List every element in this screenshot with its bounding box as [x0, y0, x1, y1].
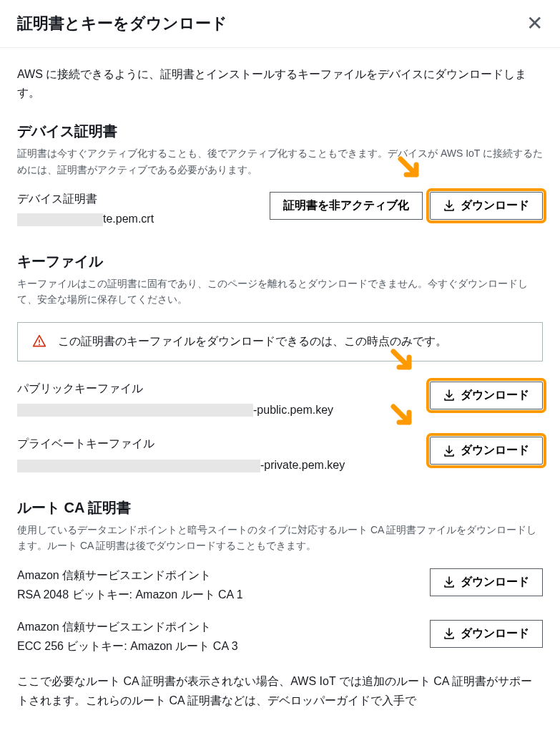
rootca1-info: Amazon 信頼サービスエンドポイント RSA 2048 ビットキー: Ama…: [17, 568, 430, 603]
device-cert-title: デバイス証明書: [17, 122, 543, 141]
device-cert-filename: te.pem.crt: [17, 213, 270, 226]
rootca-title: ルート CA 証明書: [17, 498, 543, 518]
rootca-desc: 使用しているデータエンドポイントと暗号スイートのタイプに対応するルート CA 証…: [17, 522, 543, 554]
redacted-text: [17, 404, 253, 417]
redacted-text: [17, 213, 103, 226]
public-key-label: パブリックキーファイル: [17, 382, 430, 397]
download-icon: [443, 389, 455, 401]
download-public-key-button[interactable]: ダウンロード: [430, 382, 543, 409]
modal-title: 証明書とキーをダウンロード: [17, 13, 227, 34]
keyfiles-title: キーファイル: [17, 252, 543, 271]
rootca1-sub: RSA 2048 ビットキー: Amazon ルート CA 1: [17, 588, 430, 603]
private-key-row: プライベートキーファイル -private.pem.key ダウンロード: [17, 437, 543, 472]
rootca3-sub: ECC 256 ビットキー: Amazon ルート CA 3: [17, 639, 430, 654]
rootca1-label: Amazon 信頼サービスエンドポイント: [17, 568, 430, 583]
close-button[interactable]: ✕: [526, 14, 543, 34]
download-icon: [443, 576, 455, 588]
redacted-text: [17, 460, 260, 472]
alert-text: この証明書のキーファイルをダウンロードできるのは、この時点のみです。: [58, 334, 447, 349]
private-key-filename: -private.pem.key: [17, 459, 430, 472]
deactivate-cert-button[interactable]: 証明書を非アクティブ化: [270, 192, 423, 220]
intro-text: AWS に接続できるように、証明書とインストールするキーファイルをデバイスにダウ…: [17, 65, 543, 102]
rootca1-row: Amazon 信頼サービスエンドポイント RSA 2048 ビットキー: Ama…: [17, 568, 543, 603]
private-key-label: プライベートキーファイル: [17, 437, 430, 452]
modal-content: AWS に接続できるように、証明書とインストールするキーファイルをデバイスにダウ…: [0, 48, 560, 727]
device-cert-desc: 証明書は今すぐアクティブ化することも、後でアクティブ化することもできます。デバイ…: [17, 145, 543, 178]
device-cert-row: デバイス証明書 te.pem.crt 証明書を非アクティブ化 ダウンロード: [17, 192, 543, 226]
download-icon: [443, 200, 455, 211]
device-cert-buttons: 証明書を非アクティブ化 ダウンロード: [270, 192, 543, 220]
device-cert-info: デバイス証明書 te.pem.crt: [17, 192, 270, 226]
public-key-filename: -public.pem.key: [17, 404, 430, 417]
download-icon: [443, 628, 455, 639]
close-icon: ✕: [526, 12, 543, 34]
download-cert-button[interactable]: ダウンロード: [430, 192, 543, 220]
public-key-row: パブリックキーファイル -public.pem.key ダウンロード: [17, 382, 543, 417]
download-rootca3-button[interactable]: ダウンロード: [430, 620, 543, 648]
download-icon: [443, 445, 455, 457]
keyfiles-alert: この証明書のキーファイルをダウンロードできるのは、この時点のみです。: [17, 322, 543, 361]
warning-icon: [32, 334, 46, 349]
download-private-key-button[interactable]: ダウンロード: [430, 437, 543, 465]
rootca3-row: Amazon 信頼サービスエンドポイント ECC 256 ビットキー: Amaz…: [17, 620, 543, 654]
device-cert-label: デバイス証明書: [17, 192, 270, 207]
modal-header: 証明書とキーをダウンロード ✕: [0, 0, 560, 48]
rootca3-info: Amazon 信頼サービスエンドポイント ECC 256 ビットキー: Amaz…: [17, 620, 430, 654]
rootca3-label: Amazon 信頼サービスエンドポイント: [17, 620, 430, 635]
public-key-info: パブリックキーファイル -public.pem.key: [17, 382, 430, 417]
private-key-info: プライベートキーファイル -private.pem.key: [17, 437, 430, 472]
download-rootca1-button[interactable]: ダウンロード: [430, 568, 543, 596]
rootca-footer: ここで必要なルート CA 証明書が表示されない場合、AWS IoT では追加のル…: [17, 671, 543, 710]
keyfiles-desc: キーファイルはこの証明書に固有であり、このページを離れるとダウンロードできません…: [17, 276, 543, 308]
